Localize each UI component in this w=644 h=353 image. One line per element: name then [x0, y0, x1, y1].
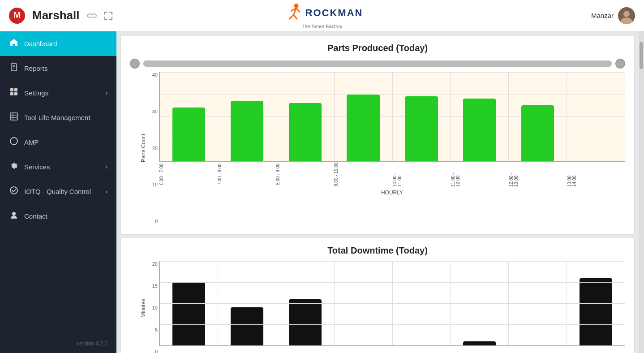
svg-rect-17	[14, 88, 17, 91]
sidebar-label-reports: Reports	[24, 65, 48, 72]
home-icon	[9, 39, 19, 49]
header-right: Manzar	[591, 7, 635, 24]
rockman-logo: ROCKMAN The Smart Factory	[281, 2, 363, 29]
sidebar-label-tool-life: Tool Life Management	[24, 114, 90, 121]
dt-grid-15	[160, 282, 625, 283]
dt-bar-2	[231, 307, 263, 345]
dt-bar-1	[172, 282, 205, 345]
parts-produced-card: Parts Produced (Today) Parts Count 0 10 …	[121, 36, 634, 234]
dt-grid-20	[160, 261, 625, 262]
user-name: Manzar	[591, 12, 614, 19]
downtime-card: Total Downtime (Today) Minutes 0 5 10 15…	[121, 238, 634, 353]
bar-group-2	[218, 72, 276, 161]
chevron-right-icon-services: ›	[106, 164, 107, 170]
downtime-y-labels: 0 5 10 15 20	[143, 261, 158, 353]
sidebar-item-services[interactable]: Services ›	[0, 155, 116, 179]
bar-7	[521, 105, 554, 161]
x-label-7: 12.00 - 13.00	[509, 162, 567, 189]
sidebar-label-dashboard: Dashboard	[24, 40, 57, 47]
parts-y-labels: 0 10 20 30 40	[143, 72, 158, 225]
header-left: M Marshall	[9, 8, 113, 24]
parts-x-labels: 6.00 - 7.00 7.00 - 8.00 8.00 - 9.00 9.00…	[159, 162, 625, 189]
sidebar-label-services: Services	[24, 163, 50, 171]
y-label-30: 30	[143, 109, 158, 114]
svg-line-8	[296, 8, 300, 12]
user-avatar[interactable]	[618, 7, 635, 24]
sidebar-item-contact[interactable]: Contact	[0, 204, 116, 228]
circle-icon	[9, 137, 19, 147]
svg-rect-2	[90, 15, 94, 17]
sidebar: Dashboard Reports	[0, 31, 116, 353]
svg-point-24	[10, 138, 17, 145]
dt-y-label-20: 20	[143, 261, 158, 267]
bar-3	[289, 103, 322, 161]
bar-group-4	[335, 72, 393, 161]
dt-y-label-10: 10	[143, 305, 158, 310]
scrollbar-left-handle[interactable]	[130, 59, 140, 69]
svg-rect-20	[10, 113, 17, 120]
downtime-bar-chart	[159, 261, 625, 346]
x-label-6: 11.00 - 12.00	[451, 162, 509, 189]
main-content: Parts Produced (Today) Parts Count 0 10 …	[116, 31, 639, 353]
layout: Dashboard Reports	[0, 31, 644, 353]
chevron-right-icon: ›	[106, 90, 107, 96]
scrollbar-track[interactable]	[143, 60, 612, 67]
sidebar-label-iotq: IOTQ - Quality Control	[24, 188, 91, 195]
svg-line-6	[294, 15, 297, 19]
x-label-1: 6.00 - 7.00	[159, 162, 217, 189]
scrollbar-thumb	[143, 60, 612, 67]
logo-brand: Marshall	[32, 9, 80, 22]
svg-rect-18	[10, 92, 13, 95]
bar-2	[231, 101, 263, 161]
header: M Marshall	[0, 0, 644, 31]
sidebar-label-amp: AMP	[24, 138, 39, 146]
sidebar-item-iotq[interactable]: IOTQ - Quality Control ›	[0, 179, 116, 204]
downtime-title: Total Downtime (Today)	[130, 245, 625, 256]
bar-1	[172, 108, 205, 161]
person-icon	[9, 211, 19, 221]
svg-rect-12	[11, 64, 17, 71]
sidebar-label-contact: Contact	[24, 212, 47, 220]
dt-grid-5	[160, 324, 625, 325]
link-icon-button[interactable]	[87, 12, 97, 19]
header-center: ROCKMAN The Smart Factory	[281, 2, 363, 29]
bar-group-8	[567, 72, 625, 161]
parts-chart-scrollbar[interactable]	[130, 59, 625, 69]
svg-point-10	[623, 11, 630, 17]
page-scrollbar-thumb[interactable]	[640, 42, 643, 69]
expand-icon-button[interactable]	[104, 11, 113, 20]
sidebar-item-tool-life[interactable]: Tool Life Management	[0, 105, 116, 130]
dt-y-label-5: 5	[143, 327, 158, 332]
parts-x-axis-title: HOURLY	[159, 189, 625, 196]
svg-point-3	[294, 4, 299, 8]
grid-icon	[9, 88, 19, 98]
bar-group-7	[509, 72, 567, 161]
dt-y-label-0: 0	[143, 349, 158, 353]
dt-bar-6	[463, 341, 496, 345]
table-icon	[9, 112, 19, 123]
sidebar-item-reports[interactable]: Reports	[0, 56, 116, 81]
x-label-5: 10.00 - 11.00	[392, 162, 451, 189]
sidebar-item-dashboard[interactable]: Dashboard	[0, 31, 116, 56]
sidebar-item-settings[interactable]: Settings ›	[0, 81, 116, 105]
y-label-20: 20	[143, 146, 158, 151]
parts-bar-chart	[159, 72, 625, 162]
svg-point-25	[10, 187, 17, 194]
bar-5	[405, 96, 438, 161]
scrollbar-right-handle[interactable]	[615, 59, 625, 69]
svg-line-5	[289, 15, 294, 19]
page-scrollbar[interactable]	[639, 31, 644, 353]
check-circle-icon	[9, 186, 19, 197]
dt-y-label-15: 15	[143, 283, 158, 288]
x-label-2: 7.00 - 8.00	[217, 162, 275, 189]
sidebar-label-settings: Settings	[24, 89, 48, 97]
sidebar-item-amp[interactable]: AMP	[0, 130, 116, 155]
book-icon	[9, 63, 19, 73]
bar-group-6	[451, 72, 509, 161]
gear-icon	[9, 162, 19, 172]
y-label-40: 40	[143, 72, 158, 77]
rockman-brand-text: ROCKMAN	[305, 7, 363, 19]
bar-group-5	[393, 72, 451, 161]
chevron-right-icon-iotq: ›	[106, 188, 107, 195]
x-label-8: 13.00 - 14.00	[567, 162, 625, 189]
